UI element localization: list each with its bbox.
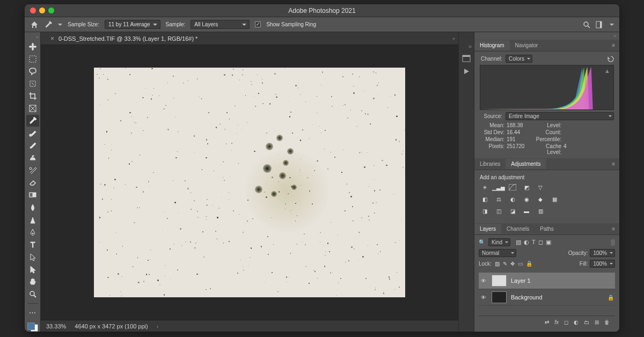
eyedropper-icon[interactable]	[44, 20, 53, 29]
clone-stamp-tool[interactable]	[26, 152, 39, 164]
visibility-eye-icon[interactable]: 👁	[480, 295, 487, 301]
tab-adjustments[interactable]: Adjustments	[506, 159, 546, 169]
layer-filter-search-icon[interactable]: 🔍	[479, 239, 485, 245]
close-window-button[interactable]	[30, 8, 36, 13]
zoom-tool[interactable]	[26, 289, 39, 300]
show-sampling-ring-checkbox[interactable]	[255, 21, 261, 27]
blur-tool[interactable]	[26, 202, 39, 213]
panel-collapse-icon[interactable]: »	[36, 34, 40, 40]
layer-name[interactable]: Background	[511, 294, 543, 301]
brush-tool[interactable]	[26, 140, 39, 151]
status-chevron-right-icon[interactable]: ›	[157, 323, 159, 329]
healing-brush-tool[interactable]	[26, 128, 39, 139]
exposure-icon[interactable]: ◩	[522, 184, 531, 191]
threshold-icon[interactable]: ◪	[508, 207, 517, 215]
channel-mixer-icon[interactable]: ◆	[536, 195, 545, 203]
marquee-tool[interactable]	[26, 53, 39, 64]
foreground-color-swatch[interactable]	[27, 323, 35, 330]
lock-artboard-icon[interactable]: ▭	[518, 261, 523, 267]
zoom-level[interactable]: 33.33%	[46, 323, 66, 329]
canvas-viewport[interactable]: /* placeholder for visual only */	[41, 45, 458, 320]
sample-select[interactable]: All Layers	[191, 20, 250, 29]
document-tab[interactable]: × 0-DSS_Stretched.TIF @ 33.3% (Layer 1, …	[45, 33, 203, 45]
magic-wand-tool[interactable]	[26, 78, 39, 89]
levels-icon[interactable]: ▁▃▅	[494, 184, 503, 191]
rectangle-tool[interactable]	[26, 263, 39, 275]
filter-smart-icon[interactable]: ▣	[546, 239, 551, 246]
cached-data-warning-icon[interactable]: ▲	[604, 68, 610, 74]
new-layer-icon[interactable]: ⊞	[595, 319, 599, 325]
eyedropper-tool[interactable]	[26, 115, 39, 126]
filter-pixel-icon[interactable]: ▧	[516, 239, 521, 246]
lock-paint-icon[interactable]: ✎	[503, 261, 507, 267]
layer-thumbnail[interactable]	[492, 275, 507, 287]
workspace-switcher-icon[interactable]	[596, 21, 604, 28]
black-white-icon[interactable]: ◐	[508, 195, 517, 203]
eraser-tool[interactable]	[26, 177, 39, 188]
filter-toggle-icon[interactable]	[611, 239, 615, 246]
posterize-icon[interactable]: ◫	[494, 207, 503, 215]
gradient-map-icon[interactable]: ▬	[522, 207, 531, 215]
history-brush-tool[interactable]	[26, 165, 39, 176]
layer-item[interactable]: 👁 Background 🔒	[479, 289, 615, 306]
layer-style-icon[interactable]: fx	[554, 319, 559, 325]
lasso-tool[interactable]	[26, 65, 39, 77]
pen-tool[interactable]	[26, 226, 39, 238]
frame-tool[interactable]	[26, 102, 39, 114]
layer-thumbnail[interactable]	[492, 291, 507, 303]
edit-toolbar-button[interactable]: ⋯	[26, 307, 39, 318]
home-icon[interactable]	[30, 20, 39, 29]
vibrance-icon[interactable]: ▽	[536, 184, 545, 191]
canvas[interactable]: /* placeholder for visual only */	[94, 68, 405, 297]
collapsed-play-icon[interactable]	[463, 68, 470, 75]
refresh-icon[interactable]	[608, 56, 614, 62]
sample-size-select[interactable]: 11 by 11 Average	[105, 20, 160, 29]
move-tool[interactable]	[26, 41, 39, 52]
opacity-input[interactable]: 100%	[590, 249, 615, 257]
lock-all-icon[interactable]: 🔒	[526, 261, 532, 267]
layer-filter-select[interactable]: Kind	[488, 238, 510, 246]
lock-transparency-icon[interactable]: ▨	[495, 261, 500, 267]
tool-preset-dropdown[interactable]	[58, 24, 62, 26]
photo-filter-icon[interactable]: ◉	[522, 195, 531, 203]
dodge-tool[interactable]	[26, 214, 39, 225]
filter-adjustment-icon[interactable]: ◐	[524, 239, 529, 246]
crop-tool[interactable]	[26, 90, 39, 101]
tab-histogram[interactable]: Histogram	[474, 40, 510, 50]
source-select[interactable]: Entire Image	[506, 112, 614, 120]
zoom-window-button[interactable]	[48, 8, 54, 13]
tab-libraries[interactable]: Libraries	[474, 159, 506, 169]
search-icon[interactable]	[583, 21, 590, 28]
visibility-eye-icon[interactable]: 👁	[480, 278, 487, 284]
tab-channels[interactable]: Channels	[501, 224, 535, 234]
lock-position-icon[interactable]: ✥	[510, 261, 515, 267]
hue-saturation-icon[interactable]: ◧	[480, 195, 489, 203]
filter-type-icon[interactable]: T	[532, 239, 536, 246]
new-adjustment-layer-icon[interactable]: ◐	[574, 319, 579, 325]
panel-collapse-icon[interactable]: »	[452, 36, 458, 41]
path-selection-tool[interactable]	[26, 251, 39, 262]
collapsed-panel-icon[interactable]	[462, 55, 471, 62]
panel-expand-icon[interactable]: »	[459, 43, 474, 49]
panel-menu-icon[interactable]: ≡	[608, 226, 619, 232]
color-lookup-icon[interactable]: ▦	[550, 195, 559, 203]
filter-shape-icon[interactable]: ◻	[538, 239, 543, 246]
new-group-icon[interactable]: 🗀	[584, 319, 589, 325]
curves-icon[interactable]	[508, 184, 517, 191]
workspace-chevron-down-icon[interactable]	[610, 24, 614, 26]
tab-navigator[interactable]: Navigator	[510, 40, 544, 50]
layer-item[interactable]: 👁 Layer 1	[479, 273, 615, 289]
tab-layers[interactable]: Layers	[474, 224, 501, 234]
channel-select[interactable]: Colors	[506, 55, 532, 63]
add-mask-icon[interactable]: ◻	[564, 319, 568, 325]
panel-menu-icon[interactable]: ≡	[608, 161, 619, 167]
panel-menu-icon[interactable]: ≡	[608, 42, 619, 48]
gradient-tool[interactable]	[26, 189, 39, 201]
panel-collapse-icon[interactable]: »	[474, 32, 619, 40]
tab-paths[interactable]: Paths	[535, 224, 559, 234]
fill-input[interactable]: 100%	[590, 260, 615, 268]
layer-name[interactable]: Layer 1	[511, 277, 531, 284]
close-tab-icon[interactable]: ×	[50, 35, 54, 42]
minimize-window-button[interactable]	[39, 8, 45, 13]
color-balance-icon[interactable]: ⚖	[494, 195, 503, 203]
